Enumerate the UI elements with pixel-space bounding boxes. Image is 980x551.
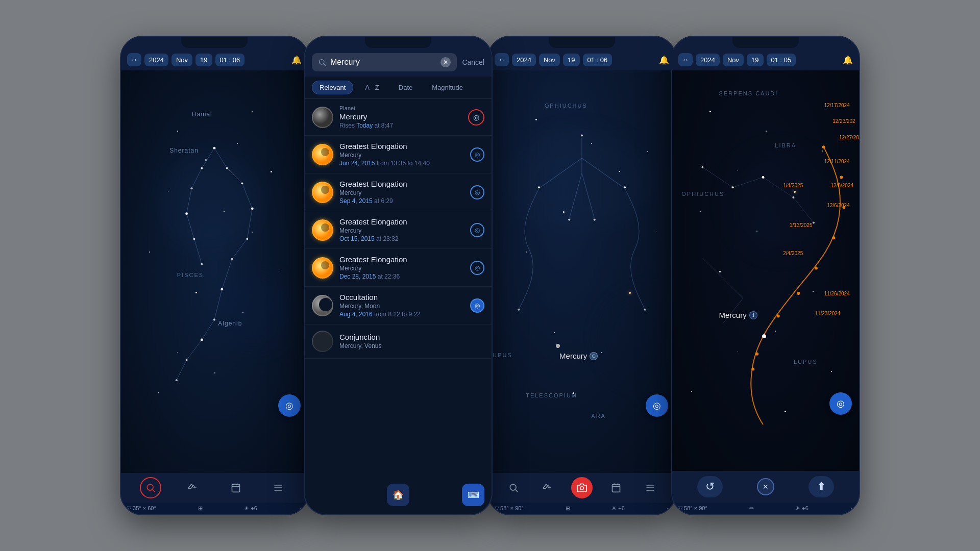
occultation-info: Occultation Mercury, Moon Aug 4, 2016 fr… — [339, 293, 464, 318]
result-elongation-2[interactable]: Greatest Elongation Mercury Sep 4, 2015 … — [305, 173, 492, 211]
month-btn-1[interactable]: Nov — [172, 54, 192, 66]
refresh-btn-4[interactable]: ↺ — [697, 476, 723, 497]
conjunction-subname: Mercury, Venus — [339, 342, 484, 349]
result-conjunction[interactable]: Conjunction Mercury, Venus — [305, 324, 492, 359]
search-clear-btn[interactable]: ✕ — [440, 57, 451, 67]
search-toolbar-btn-1[interactable] — [140, 477, 161, 498]
day-btn-1[interactable]: 19 — [195, 54, 212, 66]
svg-line-57 — [582, 158, 625, 188]
menu-toolbar-btn-1[interactable] — [267, 477, 289, 498]
compass-btn-1[interactable]: ↔ — [127, 53, 141, 66]
status-bar-1: ▽ 35° × 60° ⊞ ☀ +6 ↑ — [121, 503, 308, 514]
filter-relevant[interactable]: Relevant — [312, 81, 353, 94]
calendar-toolbar-btn-1[interactable] — [225, 477, 247, 498]
telescope-toolbar-btn-1[interactable] — [182, 477, 204, 498]
svg-line-68 — [516, 490, 518, 492]
svg-point-61 — [538, 186, 540, 188]
svg-point-67 — [510, 484, 517, 490]
svg-line-56 — [539, 158, 582, 188]
location-fab-4[interactable]: ◎ — [829, 392, 852, 415]
occultation-name: Occultation — [339, 293, 464, 302]
filter-magnitude[interactable]: Magnitude — [424, 81, 471, 94]
svg-point-87 — [751, 367, 754, 370]
time-btn-1[interactable]: 01 : 06 — [215, 54, 245, 66]
elongation-1-subname: Mercury — [339, 152, 464, 159]
svg-point-65 — [518, 309, 520, 311]
svg-point-43 — [313, 108, 332, 127]
time-btn-3[interactable]: 01 : 06 — [583, 54, 612, 66]
mercury-info-badge-3[interactable]: ⊙ — [590, 352, 598, 360]
filter-date[interactable]: Date — [391, 81, 420, 94]
result-elongation-3[interactable]: Greatest Elongation Mercury Oct 15, 2015… — [305, 211, 492, 249]
svg-point-29 — [193, 238, 195, 240]
result-occultation[interactable]: Occultation Mercury, Moon Aug 4, 2016 fr… — [305, 287, 492, 324]
year-btn-4[interactable]: 2024 — [696, 54, 720, 66]
time-btn-4[interactable]: 01 : 05 — [767, 54, 796, 66]
search-box[interactable]: ✕ — [312, 53, 457, 71]
phone-notch-3 — [549, 37, 615, 48]
svg-point-62 — [624, 186, 626, 188]
year-btn-1[interactable]: 2024 — [144, 54, 168, 66]
day-btn-3[interactable]: 19 — [563, 54, 579, 66]
camera-toolbar-btn-3[interactable] — [571, 477, 593, 498]
elevation-icon-4: ↑ — [850, 506, 853, 512]
svg-line-9 — [177, 360, 187, 381]
phone-1: ↔ 2024 Nov 19 01 : 06 🔔 — [120, 36, 309, 515]
keyboard-btn[interactable]: ⌨ — [462, 484, 484, 506]
svg-line-58 — [569, 173, 582, 219]
mercury-target-btn[interactable]: ◎ — [468, 109, 484, 126]
svg-rect-34 — [232, 484, 239, 492]
elongation-1-info: Greatest Elongation Mercury Jun 24, 2015… — [339, 142, 464, 167]
calendar-toolbar-btn-3[interactable] — [605, 477, 627, 498]
ara-label: ARA — [591, 413, 606, 419]
traj-date-4: 12/8/2024 — [831, 183, 854, 188]
elongation-1-target[interactable]: ◎ — [470, 147, 484, 162]
month-btn-3[interactable]: Nov — [539, 54, 560, 66]
occultation-target[interactable]: ◎ — [470, 298, 484, 313]
location-fab-1[interactable]: ◎ — [278, 394, 301, 417]
svg-point-23 — [201, 339, 203, 341]
compass-btn-4[interactable]: ↔ — [678, 53, 693, 66]
share-btn-4[interactable]: ⬆ — [808, 476, 834, 497]
sky-map-4[interactable]: SERPENS CAUDI LIBRA OPHIUCHUS LUPUS 12/1… — [672, 70, 859, 471]
sky-map-3[interactable]: OPHIUCHUS TELESCOPIUM ARA LUPUS Mercury … — [488, 70, 675, 473]
grid-icon-1: ⊞ — [198, 505, 203, 512]
sky-map-1[interactable]: Hamal Sheratan PISCES Algenib ◎ — [121, 70, 308, 473]
svg-line-7 — [202, 319, 214, 340]
elongation-4-target[interactable]: ◎ — [470, 261, 484, 275]
search-input[interactable] — [330, 58, 436, 67]
elongation-2-target[interactable]: ◎ — [470, 185, 484, 199]
elongation-4-icon — [312, 257, 333, 279]
result-elongation-1[interactable]: Greatest Elongation Mercury Jun 24, 2015… — [305, 136, 492, 173]
occultation-icon — [312, 295, 333, 316]
year-btn-3[interactable]: 2024 — [512, 54, 536, 66]
close-btn-4[interactable]: ✕ — [757, 478, 774, 495]
brightness-label-1: ☀ +6 — [244, 505, 257, 512]
mercury-info-badge-4[interactable]: ℹ — [749, 311, 757, 319]
filter-az[interactable]: A - Z — [357, 81, 386, 94]
mercury-planet-icon — [312, 107, 333, 128]
result-mercury-planet[interactable]: Planet Mercury Rises Today at 8:47 ◎ — [305, 99, 492, 136]
svg-line-3 — [247, 209, 252, 239]
cancel-btn[interactable]: Cancel — [462, 58, 484, 66]
svg-point-53 — [319, 298, 332, 311]
home-btn[interactable]: 🏠 — [387, 484, 409, 506]
elongation-3-target[interactable]: ◎ — [470, 223, 484, 237]
month-btn-4[interactable]: Nov — [723, 54, 744, 66]
svg-line-14 — [194, 239, 202, 264]
svg-point-83 — [797, 292, 800, 295]
traj-date-2: 12/27/20 — [839, 135, 859, 140]
elongation-3-name: Greatest Elongation — [339, 217, 464, 226]
svg-point-47 — [321, 186, 329, 194]
status-bar-4: ▽ 58° × 90° ✏ ☀ +6 ↑ — [672, 503, 859, 514]
compass-btn-3[interactable]: ↔ — [495, 53, 509, 66]
result-elongation-4[interactable]: Greatest Elongation Mercury Dec 28, 2015… — [305, 249, 492, 287]
elongation-4-sub: Dec 28, 2015 at 22:36 — [339, 273, 464, 280]
bottom-toolbar-1 — [121, 473, 308, 503]
location-fab-3[interactable]: ◎ — [646, 394, 668, 417]
search-toolbar-btn-3[interactable] — [503, 477, 524, 498]
day-btn-4[interactable]: 19 — [747, 54, 763, 66]
traj-date-7: 1/13/2025 — [790, 222, 813, 228]
menu-toolbar-btn-3[interactable] — [640, 477, 661, 498]
telescope-toolbar-btn-3[interactable] — [537, 477, 558, 498]
